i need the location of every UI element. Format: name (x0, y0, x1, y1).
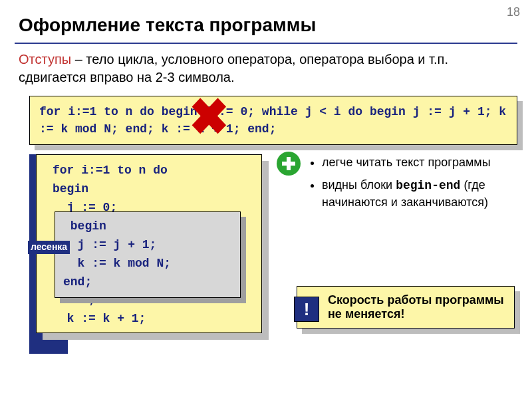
note-text: Скорость работы программы не меняется! (297, 286, 515, 329)
advantages-list: легче читать текст программы видны блоки… (310, 154, 516, 217)
lesenka-label: лесенка (28, 241, 70, 253)
begin-end-code: begin-end (396, 179, 460, 192)
inner-code-block: begin j := j + 1; k := k mod N; end; (55, 211, 241, 298)
bad-code: for i:=1 to n do begin j := 0; while j <… (29, 96, 517, 145)
plus-circle-icon (277, 152, 301, 176)
note-block: ! Скорость работы программы не меняется! (297, 286, 515, 329)
list-item: легче читать текст программы (322, 154, 516, 170)
list-item: видны блоки begin-end (где начинаются и … (322, 177, 516, 210)
x-cross-icon: ✖ (189, 92, 229, 142)
slide-title: Оформление текста программы (0, 0, 532, 43)
description: Отступы – тело цикла, условного оператор… (0, 51, 532, 96)
title-rule (15, 43, 517, 44)
description-rest: – тело цикла, условного оператора, опера… (19, 52, 448, 84)
bad-code-block: for i:=1 to n do begin j := 0; while j <… (29, 96, 517, 145)
page-number: 18 (507, 5, 520, 19)
description-term: Отступы (19, 52, 71, 66)
inner-code: begin j := j + 1; k := k mod N; end; (55, 211, 241, 298)
exclamation-icon: ! (294, 297, 319, 322)
